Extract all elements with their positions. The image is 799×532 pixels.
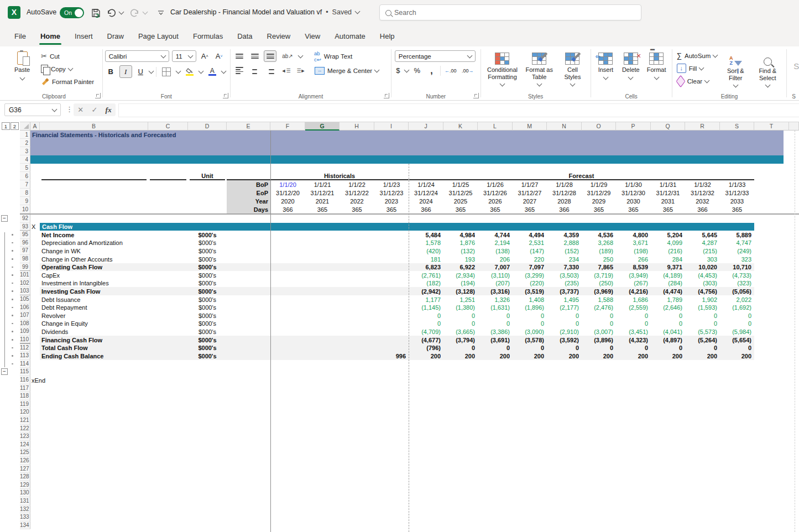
cell-K112[interactable]: 0 — [443, 344, 475, 352]
row-header-134[interactable]: 134 — [20, 521, 30, 530]
column-header-R[interactable]: R — [685, 122, 720, 131]
ribbon-tab-view[interactable]: View — [298, 29, 327, 44]
cell-M107[interactable]: 0 — [513, 312, 544, 320]
cell-fore-bop[interactable]: 1/1/31 — [651, 181, 685, 189]
cell-N113[interactable]: 200 — [547, 352, 579, 360]
align-right-button[interactable] — [264, 65, 276, 76]
undo-icon[interactable] — [104, 6, 118, 20]
cell-hist-eop[interactable]: 31/12/20 — [270, 189, 305, 197]
cell-P97[interactable]: (198) — [616, 247, 648, 255]
cell-R109[interactable]: (5,573) — [685, 328, 717, 336]
cell-K97[interactable]: (132) — [443, 247, 475, 255]
cell-M108[interactable]: 0 — [513, 320, 544, 327]
customize-qat-icon[interactable] — [154, 6, 168, 20]
cell-N102[interactable]: (235) — [547, 279, 579, 287]
cell-fore-year[interactable]: 2032 — [685, 197, 720, 205]
cell-J96[interactable]: 1,578 — [409, 239, 441, 247]
cell-fore-eop[interactable]: 31/12/26 — [478, 189, 513, 197]
row-label-113[interactable]: Ending Cash Balance — [41, 352, 186, 360]
cell-R97[interactable]: (215) — [685, 247, 717, 255]
cell-fore-eop[interactable]: 31/12/29 — [582, 189, 616, 197]
ribbon-tab-automate[interactable]: Automate — [328, 29, 372, 44]
cell-N109[interactable]: (2,910) — [547, 328, 579, 336]
undo-dropdown-icon[interactable] — [119, 9, 124, 15]
column-header-G[interactable]: G — [305, 122, 340, 131]
enter-icon[interactable]: ✓ — [91, 106, 97, 114]
row-header-8[interactable]: 8 — [20, 189, 30, 197]
cell-fore-days[interactable]: 365 — [513, 206, 547, 213]
cell-fore-year[interactable]: 2027 — [513, 197, 547, 205]
fill-button[interactable]: ↓ Fill — [675, 62, 720, 74]
bold-button[interactable]: B — [105, 66, 117, 77]
document-title[interactable]: Car Dealership - Financial Model and Val… — [170, 8, 359, 16]
row-header-129[interactable]: 129 — [20, 481, 30, 489]
sort-filter-dropdown-icon[interactable] — [733, 82, 738, 88]
autosave-toggle[interactable]: On — [60, 7, 84, 18]
cell-fore-year[interactable]: 2025 — [443, 197, 478, 205]
cell-R113[interactable]: 200 — [685, 352, 717, 360]
cell-L110[interactable]: (3,691) — [478, 336, 510, 344]
cell-N106[interactable]: (2,177) — [547, 304, 579, 311]
cell-fore-eop[interactable]: 31/12/24 — [409, 189, 443, 197]
outline-collapse-button-92[interactable]: − — [1, 215, 8, 222]
cell-J99[interactable]: 6,823 — [409, 263, 441, 271]
column-header-Q[interactable]: Q — [651, 122, 685, 131]
cell-hist-days[interactable]: 365 — [305, 206, 340, 213]
cell-R106[interactable]: (1,593) — [685, 304, 717, 311]
format-cells-button[interactable]: ▬ Format — [644, 49, 670, 80]
cell-R102[interactable]: (303) — [685, 279, 717, 287]
cell-L103[interactable]: (3,316) — [478, 288, 510, 295]
cell-fore-bop[interactable]: 1/1/30 — [616, 181, 651, 189]
cell-O101[interactable]: (3,719) — [582, 272, 613, 279]
cancel-icon[interactable]: ✕ — [77, 106, 83, 114]
row-header-116[interactable]: 116 — [20, 376, 30, 384]
row-label-110[interactable]: Financing Cash Flow — [41, 336, 186, 344]
row-unit-98[interactable]: $000's — [188, 255, 227, 263]
conditional-formatting-dropdown-icon[interactable] — [500, 81, 505, 87]
row-header-109[interactable]: 109 — [20, 327, 30, 336]
row-header-124[interactable]: 124 — [20, 441, 30, 449]
cell-hist-eop[interactable]: 31/12/21 — [305, 189, 340, 197]
cell-R95[interactable]: 5,645 — [685, 231, 717, 239]
cell-Q96[interactable]: 4,099 — [651, 239, 682, 247]
column-header-C[interactable]: C — [148, 122, 188, 131]
cell-M98[interactable]: 220 — [513, 255, 544, 263]
cell-S97[interactable]: (249) — [720, 247, 751, 255]
cell-N96[interactable]: 2,888 — [547, 239, 579, 247]
row-unit-101[interactable]: $000's — [188, 272, 227, 279]
cell-O103[interactable]: (3,969) — [582, 288, 613, 295]
cell-fore-year[interactable]: 2024 — [409, 197, 443, 205]
cell-N107[interactable]: 0 — [547, 312, 579, 320]
cell-Q103[interactable]: (4,474) — [651, 288, 682, 295]
cell-hist-year[interactable]: 2022 — [340, 197, 374, 205]
ribbon-tab-formulas[interactable]: Formulas — [186, 29, 229, 44]
find-select-button[interactable]: Find & Select — [751, 50, 784, 88]
cell-O113[interactable]: 200 — [582, 352, 613, 360]
cell-P96[interactable]: 3,671 — [616, 239, 648, 247]
cell-L107[interactable]: 0 — [478, 312, 510, 320]
font-dialog-launcher-icon[interactable] — [223, 93, 228, 98]
format-as-table-dropdown-icon[interactable] — [536, 81, 542, 87]
cell-fore-days[interactable]: 365 — [720, 206, 754, 213]
cell-fore-year[interactable]: 2033 — [720, 197, 754, 205]
cell-J98[interactable]: 181 — [409, 255, 441, 263]
cell-O105[interactable]: 1,588 — [582, 296, 613, 304]
cell-fore-year[interactable]: 2026 — [478, 197, 513, 205]
conditional-formatting-button[interactable]: Conditional Formatting — [483, 49, 522, 87]
row-header-2[interactable]: 2 — [20, 139, 30, 147]
cell-S95[interactable]: 5,889 — [720, 231, 751, 239]
row-header-125[interactable]: 125 — [20, 448, 30, 457]
column-header-K[interactable]: K — [443, 122, 478, 131]
increase-indent-button[interactable]: ☰► — [295, 65, 307, 76]
cell-Q102[interactable]: (284) — [651, 279, 682, 287]
paste-button[interactable]: Paste — [8, 49, 36, 87]
column-header-F[interactable]: F — [270, 122, 305, 131]
decrease-font-size-button[interactable]: A˅ — [213, 50, 225, 62]
row-label-101[interactable]: CapEx — [41, 272, 186, 279]
cell-M109[interactable]: (3,090) — [513, 328, 544, 336]
fill-color-button[interactable] — [183, 66, 196, 77]
cell-fore-bop[interactable]: 1/1/27 — [513, 181, 547, 189]
cell-fore-days[interactable]: 365 — [478, 206, 513, 213]
cell-N95[interactable]: 4,359 — [547, 231, 579, 239]
cell-fore-days[interactable]: 365 — [582, 206, 616, 213]
